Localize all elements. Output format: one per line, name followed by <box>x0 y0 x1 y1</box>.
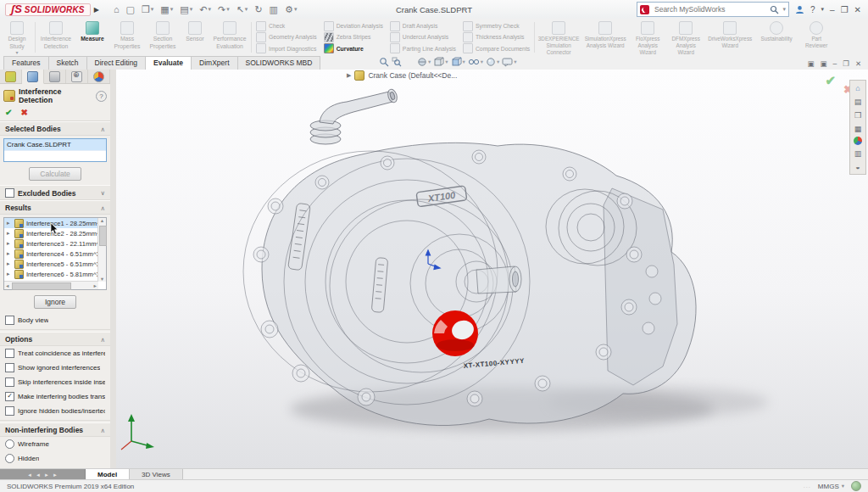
show-ignored-checkbox[interactable] <box>5 363 14 372</box>
user-account-icon[interactable] <box>795 5 804 14</box>
tab-sketch[interactable]: Sketch <box>48 56 87 70</box>
measure-button[interactable]: Measure <box>75 19 109 56</box>
undercut-analysis-button[interactable]: Undercut Analysis <box>390 32 456 42</box>
menu-expand-arrow-icon[interactable]: ▶ <box>94 6 99 14</box>
sensor-button[interactable]: Sensor <box>181 19 209 56</box>
options-header[interactable]: Options ∧ <box>0 332 110 346</box>
display-style-button[interactable]: ▾ <box>451 57 465 67</box>
scroll-down-icon[interactable]: ▼ <box>100 277 104 282</box>
interference-detection-button[interactable]: Interference Detection <box>36 19 75 56</box>
tab-configuration-manager[interactable] <box>44 70 66 83</box>
solidworks-logo[interactable]: ʃS SOLIDWORKS <box>5 3 91 16</box>
tab-features[interactable]: Features <box>3 56 49 70</box>
3dexperience-simulation-connector-button[interactable]: 3DEXPERIENCE Simulation Connector <box>536 19 581 56</box>
tab-evaluate[interactable]: Evaluate <box>145 56 192 70</box>
interference-highlight[interactable] <box>432 310 478 356</box>
excluded-bodies-header[interactable]: Excluded Bodies ∨ <box>0 185 110 200</box>
tab-dimxpert[interactable]: DimXpert <box>191 56 237 70</box>
file-explorer-button[interactable]: ❒ <box>852 109 864 120</box>
new-document-button[interactable]: ▢ <box>124 2 137 17</box>
expander-icon[interactable]: ▸ <box>7 220 12 226</box>
doc-restore-button[interactable]: ❐ <box>843 59 849 68</box>
tab-property-manager[interactable] <box>22 70 44 84</box>
close-button[interactable]: ✕ <box>854 5 861 14</box>
body-view-row[interactable]: Body view <box>0 313 110 327</box>
home-button[interactable]: ⌂ <box>111 2 122 17</box>
symmetry-check-button[interactable]: Symmetry Check <box>463 21 530 31</box>
cancel-button[interactable]: ✖ <box>20 108 27 117</box>
results-list[interactable]: ▸ Interference1 - 28.25mm^3 ▸ Interferen… <box>3 217 107 290</box>
scroll-right-icon[interactable]: ► <box>53 472 58 478</box>
ignore-button[interactable]: Ignore <box>34 295 76 309</box>
vertical-scrollbar[interactable]: ▲ ▼ <box>97 218 106 282</box>
minimize-button[interactable]: – <box>830 5 835 14</box>
print-button[interactable]: ▤▾ <box>177 2 195 17</box>
expander-icon[interactable]: ▸ <box>7 230 12 237</box>
zoom-to-fit-button[interactable] <box>379 57 389 67</box>
driveworksxpress-wizard-button[interactable]: DriveWorksXpress Wizard <box>705 19 754 56</box>
expander-icon[interactable]: ▸ <box>7 260 12 267</box>
help-button[interactable]: ? <box>810 5 815 14</box>
design-library-button[interactable]: ▤ <box>852 96 864 107</box>
tab-direct-editing[interactable]: Direct Editing <box>86 56 147 70</box>
crank-case-model[interactable]: XT100 XT-XT100-XYYYY <box>116 70 868 469</box>
simulationxpress-wizard-button[interactable]: SimulationXpress Analysis Wizard <box>581 19 629 56</box>
dfmxpress-wizard-button[interactable]: DFMXpress Analysis Wizard <box>666 19 705 56</box>
breadcrumb-text[interactable]: Crank Case (Default<<De... <box>368 71 457 80</box>
scroll-right-icon[interactable]: ► <box>44 472 49 478</box>
doc-minimize-button[interactable]: – <box>833 59 837 68</box>
geometry-analysis-button[interactable]: Geometry Analysis <box>256 32 317 42</box>
expander-icon[interactable]: ▸ <box>7 240 12 247</box>
feature-tree-breadcrumb[interactable]: ▶ Crank Case (Default<<De... <box>347 70 457 81</box>
previous-view-button[interactable] <box>404 57 415 67</box>
options-button[interactable]: ⚙▾ <box>282 2 299 17</box>
select-button[interactable]: ↖▾ <box>234 2 251 17</box>
zebra-stripes-button[interactable]: Zebra Stripes <box>324 32 383 42</box>
search-icon[interactable] <box>770 5 779 14</box>
expander-icon[interactable]: ▸ <box>7 271 12 277</box>
section-view-button[interactable]: ▾ <box>417 57 431 67</box>
option-row[interactable]: Ignore hidden bodies/inserted parts <box>0 404 110 418</box>
file-properties-button[interactable]: ▥ <box>267 2 281 17</box>
scroll-up-icon[interactable]: ▲ <box>100 218 104 223</box>
result-row[interactable]: ▸ Interference6 - 5.81mm^3 <box>4 269 106 279</box>
deviation-analysis-button[interactable]: Deviation Analysis <box>324 21 383 31</box>
draft-analysis-button[interactable]: Draft Analysis <box>390 21 456 31</box>
scrollbar-thumb[interactable] <box>12 282 71 290</box>
option-row[interactable]: Show ignored interferences <box>0 361 110 375</box>
unit-system-selector[interactable]: MMGS ▾ <box>818 483 844 490</box>
check-button[interactable]: Check <box>256 21 317 31</box>
ok-button[interactable]: ✔ <box>5 108 12 117</box>
search-caret-icon[interactable]: ▾ <box>782 6 786 13</box>
hidden-radio[interactable] <box>5 454 14 463</box>
calculate-button[interactable]: Calculate <box>29 167 81 181</box>
wireframe-radio[interactable] <box>5 439 14 449</box>
redo-button[interactable]: ↷▾ <box>215 2 232 17</box>
performance-evaluation-button[interactable]: Performance Evaluation <box>209 19 250 56</box>
tab-dimxpert-manager[interactable] <box>66 70 88 83</box>
pane-right-button[interactable]: ▣ <box>820 59 826 68</box>
selected-body-item[interactable]: Crank Case.SLDPRT <box>4 139 106 151</box>
scroll-left-icon[interactable]: ◄ <box>36 472 41 478</box>
skip-inserted-parts-checkbox[interactable] <box>5 377 14 387</box>
option-row[interactable]: Make interfering bodies transparent <box>0 389 110 404</box>
excluded-bodies-checkbox[interactable] <box>5 188 14 198</box>
parting-line-analysis-button[interactable]: Parting Line Analysis <box>390 43 456 53</box>
search-input[interactable] <box>653 4 766 14</box>
horizontal-scrollbar[interactable]: ◄ ► <box>4 281 98 289</box>
compare-documents-button[interactable]: Compare Documents <box>463 43 530 53</box>
view-orientation-button[interactable]: ▾ <box>433 57 448 67</box>
radio-row[interactable]: Hidden <box>0 451 110 466</box>
ignore-hidden-checkbox[interactable] <box>5 406 14 416</box>
confirmation-ok-button[interactable]: ✔ <box>825 73 836 88</box>
result-row[interactable]: ▸ Interference3 - 22.11mm^3 <box>4 238 106 249</box>
scroll-left-icon[interactable]: ◄ <box>27 472 32 478</box>
mass-properties-button[interactable]: Mass Properties <box>109 19 145 56</box>
section-properties-button[interactable]: Section Properties <box>145 19 181 56</box>
save-button[interactable]: ▦▾ <box>158 2 175 17</box>
result-row[interactable]: ▸ Interference5 - 6.51mm^3 <box>4 259 106 269</box>
doc-close-button[interactable]: ✕ <box>855 59 861 68</box>
tag-icon[interactable] <box>851 481 861 491</box>
make-transparent-checkbox[interactable] <box>5 392 14 401</box>
panel-help-button[interactable]: ? <box>96 91 107 102</box>
